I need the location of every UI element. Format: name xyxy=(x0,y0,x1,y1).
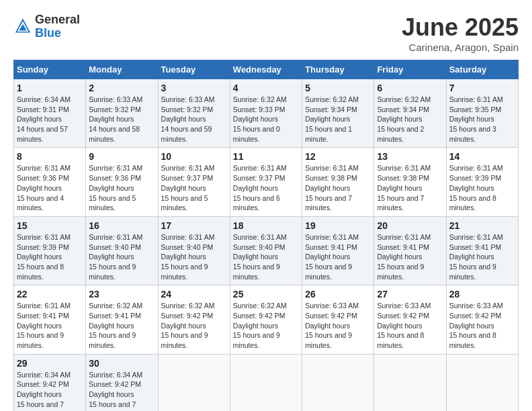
calendar-body: 1Sunrise: 6:34 AMSunset: 9:31 PMDaylight… xyxy=(14,79,519,412)
calendar-cell: 19Sunrise: 6:31 AMSunset: 9:41 PMDayligh… xyxy=(302,216,374,285)
day-info: Sunrise: 6:34 AMSunset: 9:31 PMDaylight … xyxy=(17,95,83,144)
day-info: Sunrise: 6:32 AMSunset: 9:42 PMDaylight … xyxy=(161,301,227,350)
day-number: 7 xyxy=(449,83,515,93)
day-info: Sunrise: 6:31 AMSunset: 9:41 PMDaylight … xyxy=(377,232,443,281)
month-title: June 2025 xyxy=(402,13,519,42)
day-number: 2 xyxy=(89,83,154,93)
calendar-cell: 15Sunrise: 6:31 AMSunset: 9:39 PMDayligh… xyxy=(14,216,86,285)
day-number: 28 xyxy=(449,289,515,300)
calendar-cell: 10Sunrise: 6:31 AMSunset: 9:37 PMDayligh… xyxy=(158,148,230,216)
day-info: Sunrise: 6:31 AMSunset: 9:37 PMDaylight … xyxy=(161,163,227,212)
day-number: 29 xyxy=(17,358,83,369)
calendar-cell: 9Sunrise: 6:31 AMSunset: 9:36 PMDaylight… xyxy=(86,148,158,216)
day-info: Sunrise: 6:34 AMSunset: 9:42 PMDaylight … xyxy=(89,370,154,411)
day-number: 20 xyxy=(377,220,443,231)
calendar-cell xyxy=(158,354,230,411)
day-info: Sunrise: 6:33 AMSunset: 9:42 PMDaylight … xyxy=(377,301,443,350)
day-number: 26 xyxy=(305,289,371,300)
calendar-cell: 29Sunrise: 6:34 AMSunset: 9:42 PMDayligh… xyxy=(14,354,86,411)
calendar-cell: 24Sunrise: 6:32 AMSunset: 9:42 PMDayligh… xyxy=(158,285,230,354)
weekday-header: Monday xyxy=(86,60,158,79)
calendar-cell xyxy=(302,354,374,411)
logo-blue: Blue xyxy=(35,27,80,40)
calendar-cell: 27Sunrise: 6:33 AMSunset: 9:42 PMDayligh… xyxy=(374,285,446,354)
day-info: Sunrise: 6:31 AMSunset: 9:36 PMDaylight … xyxy=(89,163,154,212)
calendar-week-row: 22Sunrise: 6:31 AMSunset: 9:41 PMDayligh… xyxy=(14,285,519,354)
calendar-week-row: 15Sunrise: 6:31 AMSunset: 9:39 PMDayligh… xyxy=(14,216,519,285)
day-info: Sunrise: 6:31 AMSunset: 9:36 PMDaylight … xyxy=(17,163,83,212)
day-info: Sunrise: 6:33 AMSunset: 9:32 PMDaylight … xyxy=(161,95,227,144)
weekday-header: Sunday xyxy=(14,60,86,79)
day-number: 1 xyxy=(17,83,83,93)
weekday-header: Thursday xyxy=(302,60,374,79)
weekday-header: Friday xyxy=(374,60,446,79)
calendar-cell: 26Sunrise: 6:33 AMSunset: 9:42 PMDayligh… xyxy=(302,285,374,354)
day-number: 17 xyxy=(161,220,227,231)
calendar-week-row: 29Sunrise: 6:34 AMSunset: 9:42 PMDayligh… xyxy=(14,354,519,411)
calendar-cell: 12Sunrise: 6:31 AMSunset: 9:38 PMDayligh… xyxy=(302,148,374,216)
calendar-cell: 23Sunrise: 6:32 AMSunset: 9:41 PMDayligh… xyxy=(86,285,158,354)
day-number: 25 xyxy=(233,289,299,300)
calendar-cell xyxy=(446,354,518,411)
calendar-cell: 14Sunrise: 6:31 AMSunset: 9:39 PMDayligh… xyxy=(446,148,518,216)
calendar-cell: 20Sunrise: 6:31 AMSunset: 9:41 PMDayligh… xyxy=(374,216,446,285)
weekday-header: Saturday xyxy=(446,60,518,79)
calendar-cell: 22Sunrise: 6:31 AMSunset: 9:41 PMDayligh… xyxy=(14,285,86,354)
calendar-cell: 8Sunrise: 6:31 AMSunset: 9:36 PMDaylight… xyxy=(14,148,86,216)
calendar-cell: 13Sunrise: 6:31 AMSunset: 9:38 PMDayligh… xyxy=(374,148,446,216)
calendar-cell: 6Sunrise: 6:32 AMSunset: 9:34 PMDaylight… xyxy=(374,79,446,148)
day-info: Sunrise: 6:31 AMSunset: 9:41 PMDaylight … xyxy=(17,301,83,350)
calendar-cell: 1Sunrise: 6:34 AMSunset: 9:31 PMDaylight… xyxy=(14,79,86,148)
calendar-cell: 4Sunrise: 6:32 AMSunset: 9:33 PMDaylight… xyxy=(230,79,302,148)
day-info: Sunrise: 6:33 AMSunset: 9:32 PMDaylight … xyxy=(89,95,154,144)
day-number: 18 xyxy=(233,220,299,231)
calendar-cell: 5Sunrise: 6:32 AMSunset: 9:34 PMDaylight… xyxy=(302,79,374,148)
day-info: Sunrise: 6:33 AMSunset: 9:42 PMDaylight … xyxy=(449,301,515,350)
day-info: Sunrise: 6:31 AMSunset: 9:41 PMDaylight … xyxy=(449,232,515,281)
logo-general: General xyxy=(35,13,80,27)
calendar-cell: 7Sunrise: 6:31 AMSunset: 9:35 PMDaylight… xyxy=(446,79,518,148)
day-info: Sunrise: 6:31 AMSunset: 9:41 PMDaylight … xyxy=(305,232,371,281)
day-info: Sunrise: 6:31 AMSunset: 9:40 PMDaylight … xyxy=(233,232,299,281)
day-info: Sunrise: 6:31 AMSunset: 9:40 PMDaylight … xyxy=(161,232,227,281)
day-number: 14 xyxy=(449,151,515,162)
day-info: Sunrise: 6:34 AMSunset: 9:42 PMDaylight … xyxy=(17,370,83,411)
location: Carinena, Aragon, Spain xyxy=(402,42,519,53)
day-number: 22 xyxy=(17,289,83,300)
day-info: Sunrise: 6:32 AMSunset: 9:34 PMDaylight … xyxy=(377,95,443,144)
day-number: 21 xyxy=(449,220,515,231)
calendar-cell: 16Sunrise: 6:31 AMSunset: 9:40 PMDayligh… xyxy=(86,216,158,285)
day-number: 4 xyxy=(233,83,299,93)
day-info: Sunrise: 6:31 AMSunset: 9:38 PMDaylight … xyxy=(305,163,371,212)
day-number: 30 xyxy=(89,358,154,369)
calendar-cell: 21Sunrise: 6:31 AMSunset: 9:41 PMDayligh… xyxy=(446,216,518,285)
day-info: Sunrise: 6:31 AMSunset: 9:39 PMDaylight … xyxy=(449,163,515,212)
day-info: Sunrise: 6:31 AMSunset: 9:35 PMDaylight … xyxy=(449,95,515,144)
weekday-row: SundayMondayTuesdayWednesdayThursdayFrid… xyxy=(14,60,519,79)
calendar-week-row: 8Sunrise: 6:31 AMSunset: 9:36 PMDaylight… xyxy=(14,148,519,216)
day-info: Sunrise: 6:31 AMSunset: 9:40 PMDaylight … xyxy=(89,232,154,281)
calendar-cell xyxy=(374,354,446,411)
day-info: Sunrise: 6:31 AMSunset: 9:38 PMDaylight … xyxy=(377,163,443,212)
day-number: 8 xyxy=(17,151,83,162)
calendar-cell: 28Sunrise: 6:33 AMSunset: 9:42 PMDayligh… xyxy=(446,285,518,354)
calendar-cell: 11Sunrise: 6:31 AMSunset: 9:37 PMDayligh… xyxy=(230,148,302,216)
day-info: Sunrise: 6:32 AMSunset: 9:42 PMDaylight … xyxy=(233,301,299,350)
day-number: 12 xyxy=(305,151,371,162)
calendar-table: SundayMondayTuesdayWednesdayThursdayFrid… xyxy=(13,60,519,411)
day-number: 16 xyxy=(89,220,154,231)
day-number: 9 xyxy=(89,151,154,162)
day-info: Sunrise: 6:32 AMSunset: 9:41 PMDaylight … xyxy=(89,301,154,350)
calendar-cell: 25Sunrise: 6:32 AMSunset: 9:42 PMDayligh… xyxy=(230,285,302,354)
day-info: Sunrise: 6:32 AMSunset: 9:33 PMDaylight … xyxy=(233,95,299,144)
day-number: 15 xyxy=(17,220,83,231)
calendar-cell xyxy=(230,354,302,411)
day-info: Sunrise: 6:33 AMSunset: 9:42 PMDaylight … xyxy=(305,301,371,350)
title-area: June 2025 Carinena, Aragon, Spain xyxy=(402,13,519,53)
logo: General Blue xyxy=(13,13,80,40)
day-number: 3 xyxy=(161,83,227,93)
day-info: Sunrise: 6:32 AMSunset: 9:34 PMDaylight … xyxy=(305,95,371,144)
page-header: General Blue June 2025 Carinena, Aragon,… xyxy=(13,13,519,53)
weekday-header: Wednesday xyxy=(230,60,302,79)
calendar-cell: 18Sunrise: 6:31 AMSunset: 9:40 PMDayligh… xyxy=(230,216,302,285)
